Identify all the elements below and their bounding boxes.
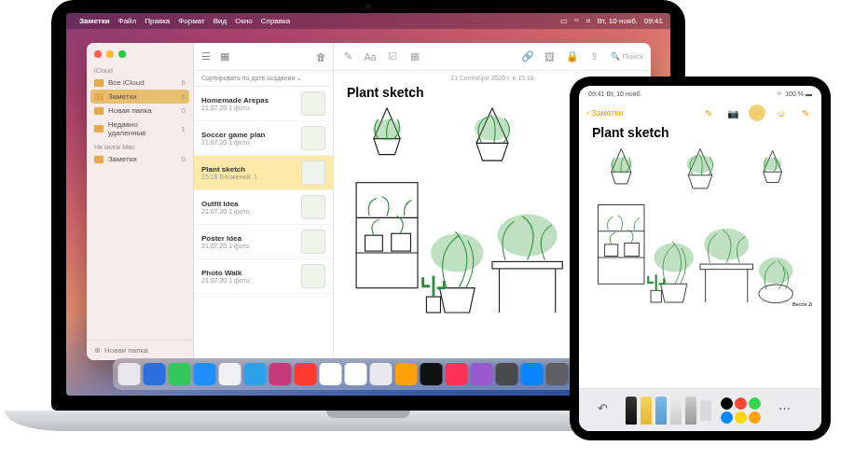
dock-app-icon[interactable] (244, 363, 267, 385)
note-row[interactable]: Outfit Idea21.07.20 1 фото (194, 190, 333, 225)
more-icon[interactable]: ⋯ (749, 105, 765, 121)
note-row[interactable]: Photo Walk21.07.20 1 фото (194, 259, 333, 294)
color-swatch[interactable] (721, 397, 733, 410)
folder-icon (94, 79, 103, 87)
dock-app-icon[interactable] (546, 363, 569, 385)
dock-app-icon[interactable] (219, 363, 241, 385)
close-button[interactable] (94, 50, 102, 58)
lock-icon[interactable]: 🔒 (566, 50, 579, 63)
sidebar-item-notes[interactable]: Заметки6 (90, 90, 189, 104)
menu-window[interactable]: Окно (235, 17, 253, 25)
sidebar-item-all-icloud[interactable]: Все iCloud6 (87, 76, 193, 90)
list-view-icon[interactable]: ☰ (200, 50, 213, 63)
dock-app-icon[interactable] (169, 363, 191, 385)
zoom-button[interactable] (118, 50, 126, 58)
color-swatch[interactable] (721, 411, 733, 424)
dock-app-icon[interactable] (345, 363, 367, 385)
more-button[interactable]: ⋯ (778, 401, 797, 420)
dock-app-icon[interactable] (144, 363, 166, 385)
color-swatch[interactable] (749, 397, 761, 410)
grid-view-icon[interactable]: ▦ (218, 50, 231, 63)
menu-help[interactable]: Справка (261, 17, 290, 25)
share-icon[interactable]: ⇪ (588, 50, 601, 63)
format-icon[interactable]: Aa (364, 50, 377, 63)
app-menu[interactable]: Заметки (79, 17, 110, 25)
dock-app-icon[interactable] (295, 363, 317, 385)
note-row-sub: 21.07.20 1 фото (201, 243, 296, 249)
plus-icon: ⊕ (94, 346, 101, 355)
sidebar-item-new-folder[interactable]: Новая папка0 (87, 104, 193, 118)
menubar-time[interactable]: 09:41 (644, 17, 663, 25)
minimize-button[interactable] (106, 50, 114, 58)
delete-icon[interactable]: 🗑 (314, 50, 327, 63)
markup-icon[interactable]: ✎ (700, 105, 717, 121)
dock-app-icon[interactable] (370, 363, 393, 385)
note-row[interactable]: Soccer game plan21.07.20 1 фото (194, 121, 333, 156)
ipad-canvas[interactable]: Becca 2019 (588, 146, 812, 388)
new-note-icon[interactable]: ✎ (341, 50, 354, 63)
menu-view[interactable]: Вид (214, 17, 227, 25)
compose-icon[interactable]: ✎ (797, 105, 814, 121)
svg-rect-20 (605, 244, 618, 257)
table-icon[interactable]: ▦ (408, 50, 421, 63)
note-row-title: Homemade Arepas (201, 96, 296, 105)
ipad-note-title[interactable]: Plant sketch (579, 125, 821, 146)
search-field[interactable]: 🔍Поиск (611, 52, 643, 61)
note-row[interactable]: Homemade Arepas21.07.20 1 фото (194, 87, 333, 121)
note-row[interactable]: Plant sketch15:18 Вложений: 1 (194, 156, 333, 190)
menu-format[interactable]: Формат (178, 17, 204, 25)
lasso-tool[interactable] (685, 397, 696, 425)
camera-icon[interactable]: 📷 (724, 105, 741, 121)
checklist-icon[interactable]: ☑ (386, 50, 399, 63)
color-swatch[interactable] (735, 397, 747, 410)
dock-app-icon[interactable] (521, 363, 544, 385)
ruler-tool[interactable] (700, 400, 711, 421)
sidebar-item-local-notes[interactable]: Заметки0 (87, 152, 193, 166)
dock-app-icon[interactable] (471, 363, 493, 385)
note-row-title: Photo Walk (201, 269, 296, 277)
sort-dropdown[interactable]: Сортировать по дате создания ⌄ (194, 71, 333, 87)
dock-app-icon[interactable] (320, 363, 342, 385)
ipad-device: 09:41 Вт, 10 нояб. ⌔ 100 % ▬ ‹Заметки ✎ … (570, 77, 831, 440)
svg-point-29 (759, 258, 793, 284)
eraser-tool[interactable] (670, 397, 682, 425)
folder-icon (94, 156, 103, 163)
markup-toolbar: ↶ ⋯ (579, 388, 821, 431)
color-swatch[interactable] (735, 411, 747, 424)
dock-app-icon[interactable] (118, 363, 141, 385)
note-thumbnail (301, 160, 325, 185)
pen-tool[interactable] (626, 397, 637, 425)
dock-app-icon[interactable] (446, 363, 468, 385)
dock-app-icon[interactable] (395, 363, 418, 385)
menu-edit[interactable]: Правка (145, 17, 170, 25)
dock-app-icon[interactable] (269, 363, 292, 385)
chevron-left-icon: ‹ (586, 108, 589, 118)
dock-app-icon[interactable] (420, 363, 443, 385)
new-folder-button[interactable]: ⊕Новая папка (87, 340, 193, 360)
link-icon[interactable]: 🔗 (521, 50, 534, 63)
media-icon[interactable]: 🖼 (544, 50, 557, 63)
note-row-sub: 21.07.20 1 фото (201, 277, 296, 284)
dock-app-icon[interactable] (496, 363, 518, 385)
marker-tool[interactable] (641, 397, 652, 425)
menubar-date[interactable]: Вт, 10 нояб. (598, 17, 638, 25)
folder-icon (94, 125, 103, 132)
back-button[interactable]: ‹Заметки (586, 108, 623, 118)
color-swatch[interactable] (749, 411, 761, 424)
search-icon: 🔍 (611, 52, 620, 61)
note-row-sub: 21.07.20 1 фото (201, 208, 296, 215)
sidebar-item-trash[interactable]: Недавно удаленные1 (87, 118, 193, 140)
dock-app-icon[interactable] (194, 363, 216, 385)
menu-file[interactable]: Файл (118, 17, 137, 25)
svg-point-28 (704, 229, 749, 260)
note-row[interactable]: Poster Idea21.07.20 1 фото (194, 225, 333, 259)
share-icon[interactable]: ☺ (773, 105, 790, 121)
battery-icon: ▬ (806, 91, 812, 97)
control-center-icon[interactable]: ⠶ (586, 17, 591, 25)
battery-icon[interactable]: ▭ (560, 17, 568, 25)
wifi-icon[interactable]: ⌔ (574, 17, 579, 25)
svg-point-14 (475, 116, 510, 140)
battery-label: 100 % (785, 91, 804, 97)
highlighter-tool[interactable] (655, 397, 667, 425)
undo-button[interactable]: ↶ (598, 401, 616, 420)
